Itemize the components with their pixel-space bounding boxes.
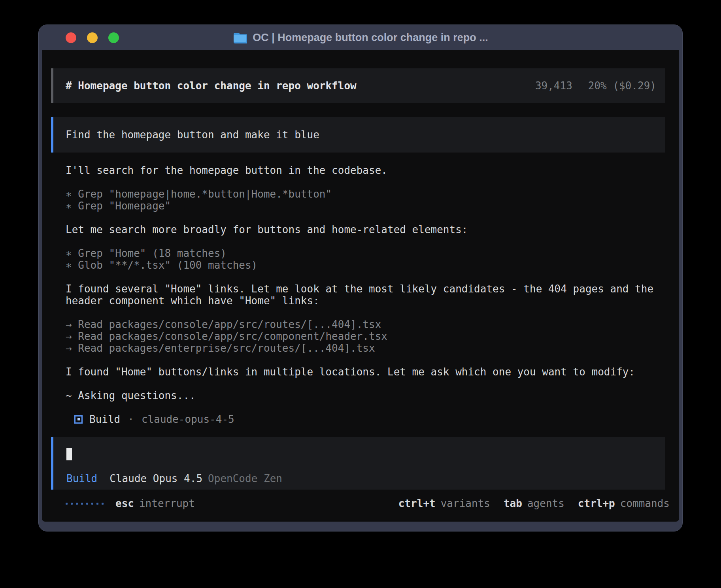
tool-call-read: → Read packages/console/app/src/componen… — [66, 330, 664, 342]
context-cost: 20% ($0.29) — [588, 80, 656, 92]
session-title: # Homepage button color change in repo w… — [66, 80, 357, 92]
agent-name: Build — [89, 413, 120, 425]
assistant-text: I found several "Home" links. Let me loo… — [66, 283, 664, 295]
asking-questions-status: ~ Asking questions... — [66, 390, 664, 401]
input-agent-label: Build — [66, 473, 97, 484]
window-controls — [66, 25, 119, 50]
shortcut-key-esc: esc — [115, 498, 134, 509]
shortcut-commands: ctrl+p commands — [578, 498, 670, 509]
shortcut-key-ctrl-t: ctrl+t — [398, 498, 436, 509]
minimize-window-button[interactable] — [87, 32, 98, 43]
blank-line — [66, 378, 664, 390]
assistant-text: header component which have "Home" links… — [66, 295, 664, 307]
folder-icon — [233, 32, 247, 43]
input-status-line: Build Claude Opus 4.5 OpenCode Zen — [66, 473, 282, 484]
shortcut-label-interrupt: interrupt — [139, 498, 195, 509]
tool-call-read: → Read packages/console/app/src/routes/[… — [66, 318, 664, 330]
separator-dot: · — [128, 413, 134, 425]
spinner-dots — [66, 503, 104, 505]
shortcut-agents: tab agents — [504, 498, 564, 509]
shortcut-hints: ctrl+t variants tab agents ctrl+p comman… — [398, 498, 670, 509]
agent-task-row: Build · claude-opus-4-5 — [66, 413, 664, 425]
title-group: OC | Homepage button color change in rep… — [233, 32, 488, 44]
input-provider-label: OpenCode Zen — [208, 473, 282, 484]
shortcut-label-commands: commands — [620, 498, 670, 509]
input-model-label: Claude Opus 4.5 — [109, 473, 202, 484]
shortcut-label-agents: agents — [527, 498, 564, 509]
tool-call-grep: ∗ Grep "homepage|home.*button|Home.*butt… — [66, 188, 664, 200]
blank-line — [66, 401, 664, 413]
text-cursor — [66, 448, 72, 460]
token-count: 39,413 — [535, 80, 572, 92]
window-title: OC | Homepage button color change in rep… — [253, 32, 488, 44]
zoom-window-button[interactable] — [108, 32, 119, 43]
terminal-content: # Homepage button color change in repo w… — [42, 50, 679, 522]
shortcut-label-variants: variants — [441, 498, 490, 509]
assistant-text: I'll search for the homepage button in t… — [66, 164, 664, 176]
blank-line — [66, 236, 664, 247]
user-message: Find the homepage button and make it blu… — [51, 117, 665, 153]
session-stats: 39,413 20% ($0.29) — [535, 80, 656, 92]
blank-line — [66, 212, 664, 224]
terminal-window: OC | Homepage button color change in rep… — [38, 24, 683, 531]
model-name: claude-opus-4-5 — [142, 413, 234, 425]
blank-line — [66, 307, 664, 318]
tool-call-grep: ∗ Grep "Home" (18 matches) — [66, 247, 664, 259]
prompt-input[interactable]: Build Claude Opus 4.5 OpenCode Zen — [51, 437, 665, 490]
window-titlebar[interactable]: OC | Homepage button color change in rep… — [39, 25, 682, 50]
blank-line — [66, 354, 664, 366]
build-agent-icon — [74, 415, 83, 424]
shortcut-variants: ctrl+t variants — [398, 498, 490, 509]
assistant-text: Let me search more broadly for buttons a… — [66, 224, 664, 236]
tool-call-read: → Read packages/enterprise/src/routes/[.… — [66, 342, 664, 354]
assistant-text: I found "Home" buttons/links in multiple… — [66, 366, 664, 378]
tool-call-glob: ∗ Glob "**/*.tsx" (100 matches) — [66, 259, 664, 271]
status-bar: esc interrupt ctrl+t variants tab agents… — [66, 497, 670, 510]
user-message-text: Find the homepage button and make it blu… — [66, 129, 319, 141]
blank-line — [66, 271, 664, 283]
tool-call-grep: ∗ Grep "Homepage" — [66, 200, 664, 212]
blank-line — [66, 176, 664, 188]
shortcut-key-ctrl-p: ctrl+p — [578, 498, 615, 509]
session-header: # Homepage button color change in repo w… — [51, 68, 665, 103]
shortcut-key-tab: tab — [504, 498, 522, 509]
close-window-button[interactable] — [66, 32, 76, 43]
conversation: I'll search for the homepage button in t… — [66, 164, 664, 425]
